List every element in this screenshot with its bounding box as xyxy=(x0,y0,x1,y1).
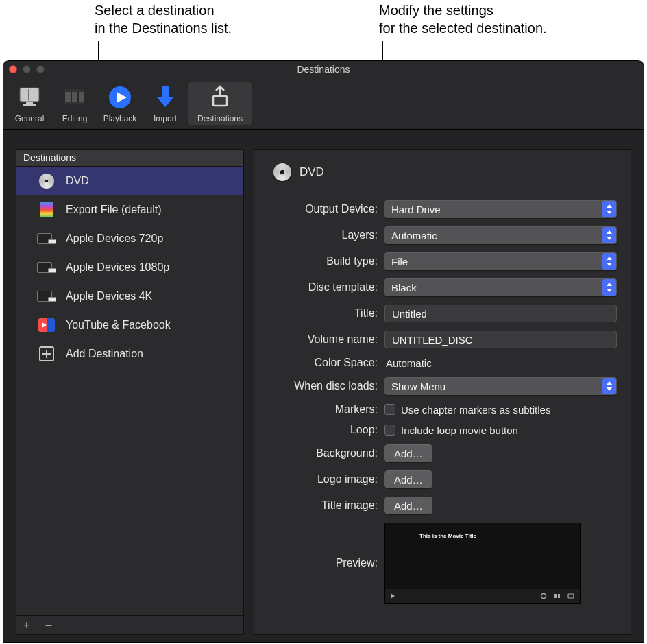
logo-image-add-button[interactable]: Add… xyxy=(384,470,432,488)
general-icon xyxy=(16,84,43,111)
updown-icon xyxy=(605,257,613,266)
svg-marker-12 xyxy=(157,97,173,107)
preferences-window: Destinations General xyxy=(3,61,644,642)
tab-editing-label: Editing xyxy=(62,114,88,123)
sidebar-item-apple-1080p[interactable]: Apple Devices 1080p xyxy=(16,253,243,282)
tab-import[interactable]: Import xyxy=(143,82,187,125)
youtube-facebook-icon xyxy=(37,318,56,333)
build-type-value: File xyxy=(391,256,408,267)
titlebar: Destinations xyxy=(3,61,644,77)
svg-rect-3 xyxy=(23,104,36,106)
row-logo-image: Logo image: Add… xyxy=(273,470,617,488)
row-layers: Layers: Automatic xyxy=(273,226,617,244)
row-loop: Loop: Include loop movie button xyxy=(273,424,617,436)
when-disc-loads-popup[interactable]: Show Menu xyxy=(384,377,617,395)
updown-icon xyxy=(605,204,613,214)
tab-general-label: General xyxy=(15,114,45,123)
markers-checkbox-label: Use chapter markers as subtitles xyxy=(401,404,550,416)
tab-editing[interactable]: Editing xyxy=(53,82,97,125)
disc-template-popup[interactable]: Black xyxy=(384,278,617,296)
row-volume-name: Volume name: xyxy=(273,331,617,348)
sidebar-item-export-file[interactable]: Export File (default) xyxy=(16,195,243,224)
preview-thumbnail: This is the Movie Title xyxy=(384,523,581,604)
svg-rect-2 xyxy=(26,102,33,104)
destination-detail: DVD Output Device: Hard Drive Layers: Au… xyxy=(254,149,631,635)
color-space-value: Automatic xyxy=(384,357,432,369)
sidebar-item-apple-4k[interactable]: Apple Devices 4K xyxy=(16,282,243,311)
row-preview: Preview: This is the Movie Title xyxy=(273,523,617,604)
svg-rect-18 xyxy=(568,594,574,598)
label-title: Title: xyxy=(273,307,378,320)
tab-import-label: Import xyxy=(154,114,177,123)
label-title-image: Title image: xyxy=(273,499,378,512)
row-build-type: Build type: File xyxy=(273,252,617,270)
callout-left: Select a destination in the Destinations… xyxy=(95,1,252,37)
layers-popup[interactable]: Automatic xyxy=(384,226,617,244)
tab-playback[interactable]: Playback xyxy=(98,82,142,125)
disc-icon xyxy=(37,174,56,189)
label-disc-template: Disc template: xyxy=(273,281,378,294)
title-image-add-button[interactable]: Add… xyxy=(384,497,432,514)
sidebar-item-dvd[interactable]: DVD xyxy=(16,167,243,195)
build-type-popup[interactable]: File xyxy=(384,252,617,270)
title-input[interactable] xyxy=(384,305,617,322)
when-disc-loads-value: Show Menu xyxy=(391,381,445,392)
markers-checkbox[interactable] xyxy=(384,404,395,415)
destinations-sidebar: Destinations DVD Export File (default) A… xyxy=(16,149,244,635)
destinations-icon xyxy=(206,84,234,111)
volume-name-input[interactable] xyxy=(384,331,617,348)
subtitles-icon xyxy=(567,593,574,599)
sidebar-item-label: Apple Devices 720p xyxy=(66,232,163,245)
row-markers: Markers: Use chapter markers as subtitle… xyxy=(273,403,617,416)
layers-value: Automatic xyxy=(391,230,437,241)
disc-icon xyxy=(273,163,291,181)
tab-destinations[interactable]: Destinations xyxy=(188,82,252,125)
loop-checkbox[interactable] xyxy=(384,425,395,436)
output-device-popup[interactable]: Hard Drive xyxy=(384,200,617,218)
sidebar-item-label: Export File (default) xyxy=(66,204,162,216)
minimize-button[interactable] xyxy=(23,65,31,73)
play-icon xyxy=(391,593,395,599)
annotation-callouts: Select a destination in the Destinations… xyxy=(0,0,647,65)
sidebar-header: Destinations xyxy=(16,150,243,167)
file-icon xyxy=(37,202,56,217)
svg-point-15 xyxy=(541,594,546,599)
playback-icon xyxy=(106,84,134,111)
window-title: Destinations xyxy=(297,64,350,75)
remove-destination-button[interactable]: − xyxy=(42,619,55,632)
sidebar-item-add-destination[interactable]: Add Destination xyxy=(16,339,243,368)
sidebar-item-label: Apple Devices 1080p xyxy=(66,261,169,274)
label-layers: Layers: xyxy=(273,229,378,241)
label-background: Background: xyxy=(273,447,378,460)
label-preview: Preview: xyxy=(273,557,378,569)
sidebar-item-apple-720p[interactable]: Apple Devices 720p xyxy=(16,224,243,253)
preferences-toolbar: General Editing Playback xyxy=(3,77,644,130)
add-destination-button[interactable]: + xyxy=(21,619,33,632)
sidebar-list: DVD Export File (default) Apple Devices … xyxy=(16,167,243,615)
svg-rect-0 xyxy=(20,88,39,102)
label-volume-name: Volume name: xyxy=(273,333,378,346)
svg-rect-16 xyxy=(554,594,557,598)
sidebar-item-youtube-facebook[interactable]: YouTube & Facebook xyxy=(16,311,243,339)
sidebar-item-label: Apple Devices 4K xyxy=(66,290,152,302)
label-when-disc-loads: When disc loads: xyxy=(273,380,378,392)
loop-checkbox-label: Include loop movie button xyxy=(401,425,518,436)
sidebar-footer: + − xyxy=(16,615,243,634)
label-color-space: Color Space: xyxy=(273,357,378,369)
svg-rect-8 xyxy=(65,102,84,104)
close-button[interactable] xyxy=(9,65,17,73)
row-title: Title: xyxy=(273,305,617,322)
apple-devices-icon xyxy=(37,231,56,246)
updown-icon xyxy=(605,230,613,240)
window-controls xyxy=(9,65,45,73)
updown-icon xyxy=(605,381,613,391)
zoom-button[interactable] xyxy=(36,65,45,73)
svg-rect-11 xyxy=(162,86,169,97)
row-color-space: Color Space: Automatic xyxy=(273,357,617,369)
apple-devices-icon xyxy=(37,289,56,304)
tab-destinations-label: Destinations xyxy=(197,114,243,123)
background-add-button[interactable]: Add… xyxy=(384,444,432,462)
row-title-image: Title image: Add… xyxy=(273,497,617,514)
tab-general[interactable]: General xyxy=(8,82,51,125)
import-icon xyxy=(151,84,179,111)
